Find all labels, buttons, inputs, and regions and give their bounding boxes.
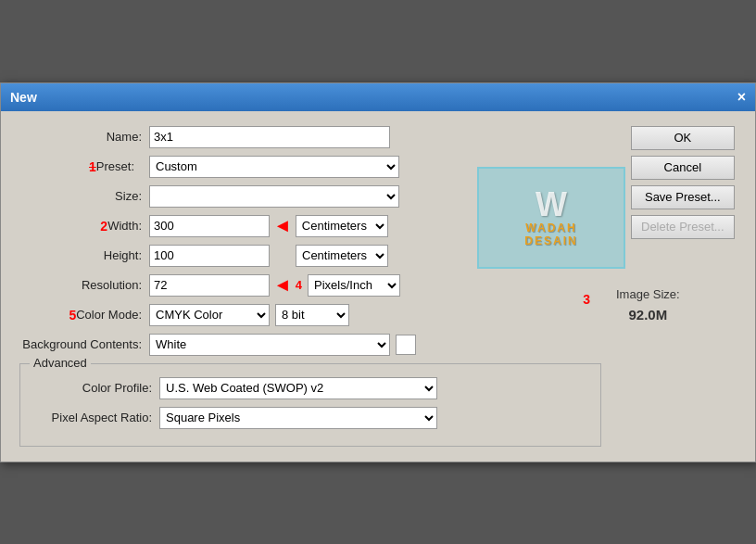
bit-depth-select[interactable]: 8 bit 16 bit 32 bit [275,304,349,326]
right-column: OK Cancel Save Preset... Delete Preset..… [616,126,737,447]
preset-label-area: 1 Preset: [19,159,149,174]
preset-label: Preset: [96,159,142,173]
preset-select[interactable]: Custom [149,156,399,178]
save-preset-button[interactable]: Save Preset... [631,185,735,209]
dialog-body: Name: 1 Preset: Custom Size: [1,111,755,462]
height-label: Height: [19,248,149,262]
button-column: OK Cancel Save Preset... Delete Preset..… [631,126,735,239]
delete-preset-button[interactable]: Delete Preset... [631,215,735,239]
annotation-5: 5 [69,308,76,323]
color-profile-label: Color Profile: [30,381,159,395]
color-mode-select[interactable]: CMYK Color RGB Color Grayscale [149,304,270,326]
annotation-2: 2 [100,219,107,234]
image-size-box: Image Size: 92.0M [616,267,680,327]
pixel-aspect-select[interactable]: Square Pixels [159,407,437,429]
color-mode-row: 5 Color Mode: CMYK Color RGB Color Grays… [19,304,601,326]
resolution-arrow-icon: ◄ [273,274,292,296]
resolution-input[interactable] [149,274,270,297]
name-label: Name: [19,130,149,144]
name-input[interactable] [149,126,390,148]
image-size-label: Image Size: [616,285,680,305]
cancel-button[interactable]: Cancel [631,156,735,180]
bg-contents-label: Background Contents: [19,337,149,351]
height-unit-select[interactable]: Centimeters Pixels Inches [296,245,388,267]
color-mode-label: Color Mode: [76,308,142,322]
size-row: Size: [19,185,601,208]
width-arrow-icon: ◄ [273,215,292,236]
pixel-aspect-row: Pixel Aspect Ratio: Square Pixels [30,407,591,429]
color-swatch[interactable] [396,335,416,355]
width-row: 2 Width: ◄ Centimeters Pixels Inches [19,215,601,237]
color-profile-row: Color Profile: U.S. Web Coated (SWOP) v2 [30,377,591,399]
annotation-1: 1 [89,159,96,174]
bg-contents-select[interactable]: White Background Color Transparent [149,334,390,356]
width-unit-select[interactable]: Centimeters Pixels Inches [296,215,388,237]
color-mode-label-area: 5 Color Mode: [19,308,149,323]
height-row: Height: Centimeters Pixels Inches [19,245,601,267]
height-input[interactable] [149,245,270,267]
form-section: Name: 1 Preset: Custom Size: [19,126,601,447]
width-label: Width: [107,219,142,233]
color-profile-select[interactable]: U.S. Web Coated (SWOP) v2 [159,377,437,399]
new-dialog: New × Name: 1 Preset: Custom [0,82,756,462]
ok-button[interactable]: OK [631,126,735,150]
size-select[interactable] [149,185,399,208]
annotation-3: 3 [583,292,590,307]
advanced-legend: Advanced [30,356,91,370]
width-input[interactable] [149,215,270,237]
title-bar: New × [1,83,755,111]
advanced-group: Advanced Color Profile: U.S. Web Coated … [19,363,601,447]
width-label-area: 2 Width: [19,219,149,234]
main-content: Name: 1 Preset: Custom Size: [19,126,737,447]
pixel-aspect-label: Pixel Aspect Ratio: [30,411,159,424]
bg-contents-row: Background Contents: White Background Co… [19,334,601,356]
dialog-title: New [10,90,37,105]
resolution-unit-select[interactable]: Pixels/Inch Pixels/Cm [308,274,400,297]
resolution-label: Resolution: [19,278,149,292]
name-row: Name: [19,126,601,148]
size-label: Size: [19,189,149,203]
image-size-value: 92.0M [616,304,680,326]
preset-row: 1 Preset: Custom [19,156,601,178]
annotation-4: 4 [296,278,302,292]
resolution-row: Resolution: ◄ 4 Pixels/Inch Pixels/Cm [19,274,601,297]
close-button[interactable]: × [737,89,746,106]
